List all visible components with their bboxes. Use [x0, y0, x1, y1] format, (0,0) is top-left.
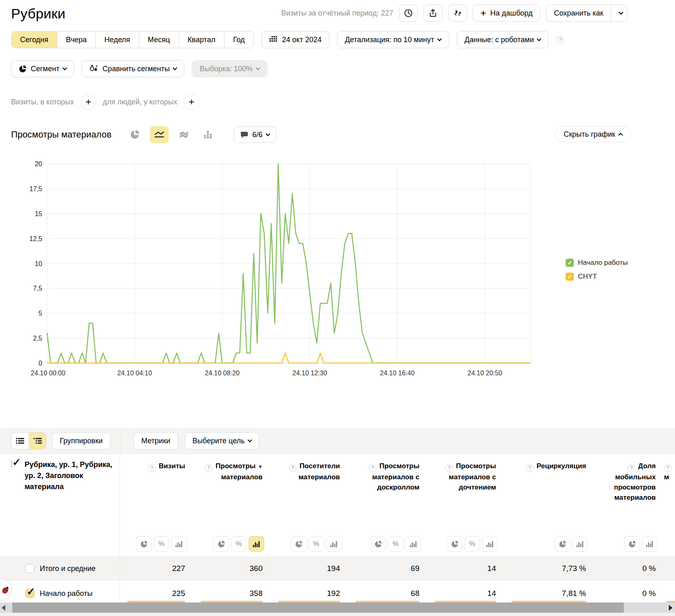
svg-text:24.10 16:40: 24.10 16:40: [380, 370, 415, 377]
comments-button[interactable]: [448, 5, 467, 22]
column-header-просмотры-материалов-с-доскроллом[interactable]: ?Просмотрыматериалов сдоскроллом%: [348, 454, 428, 557]
chevron-down-icon: [62, 65, 67, 70]
goal-dropdown[interactable]: Выберите цель: [185, 432, 260, 449]
compare-segments-button[interactable]: Сравнить сегменты: [82, 60, 184, 77]
horizontal-scrollbar[interactable]: [0, 602, 675, 613]
svg-text:10: 10: [35, 260, 42, 267]
tree-view-button[interactable]: [29, 433, 46, 449]
column-header-визиты[interactable]: ?Визиты%: [120, 454, 193, 557]
data-dropdown[interactable]: Данные: с роботами: [457, 31, 548, 48]
select-all-checkbox[interactable]: [11, 460, 12, 467]
metric-help-icon[interactable]: ?: [369, 464, 376, 472]
pie-metric-view-button[interactable]: [370, 536, 386, 552]
bars-metric-view-button[interactable]: [171, 536, 187, 552]
row-checkbox[interactable]: [25, 589, 34, 598]
line-chart-type-icon[interactable]: [150, 126, 169, 143]
metric-help-icon[interactable]: ?: [627, 464, 635, 472]
percent-metric-view-button[interactable]: %: [231, 536, 247, 552]
metrics-button[interactable]: Метрики: [134, 432, 178, 449]
pie-metric-view-button[interactable]: [447, 536, 462, 552]
metric-help-icon[interactable]: ?: [526, 464, 534, 472]
svg-text:24.10 20:50: 24.10 20:50: [468, 370, 503, 377]
pie-chart-type-icon[interactable]: [125, 126, 144, 143]
header-actions: Визиты за отчётный период: 227 +На дашбо…: [281, 5, 627, 22]
svg-text:20: 20: [35, 160, 42, 167]
cell-value: 7,73 %: [504, 557, 594, 580]
segment-button[interactable]: Сегмент: [11, 60, 74, 77]
legend-label: CHYT: [578, 273, 597, 281]
metric-help-icon[interactable]: ?: [445, 464, 453, 472]
percent-metric-view-button[interactable]: %: [464, 536, 480, 552]
groupings-button[interactable]: Группировки: [52, 432, 111, 449]
cell-value: [664, 557, 675, 580]
column-header-посетители-материалов[interactable]: ?Посетителиматериалов%: [271, 454, 348, 557]
export-button[interactable]: [424, 5, 442, 22]
pie-metric-view-button[interactable]: [291, 536, 306, 552]
svg-text:24.10 08:20: 24.10 08:20: [205, 370, 240, 377]
detail-dropdown[interactable]: Детализация: по 10 минут: [337, 31, 449, 48]
metric-help-icon[interactable]: ?: [289, 464, 297, 472]
column-header-просмотры-материалов-с-дочтением[interactable]: ?Просмотрыматериалов сдочтением%: [428, 454, 504, 557]
schedule-report-button[interactable]: [399, 5, 418, 22]
chart-legend: ✓Начало работы✓CHYT: [566, 259, 628, 287]
bar-chart-type-icon[interactable]: [199, 126, 218, 143]
row-label[interactable]: Итого и средние: [40, 564, 95, 573]
plus-icon: +: [480, 7, 486, 19]
date-picker-button[interactable]: 24 окт 2024: [262, 31, 329, 48]
bars-metric-view-button[interactable]: [482, 536, 498, 552]
scroll-left-icon[interactable]: [2, 605, 5, 611]
period-tab-год[interactable]: Год: [224, 32, 254, 48]
percent-metric-view-button[interactable]: %: [388, 536, 403, 552]
add-to-dashboard-button[interactable]: +На дашборд: [473, 5, 540, 22]
period-tab-квартал[interactable]: Квартал: [179, 32, 224, 48]
bars-metric-view-button[interactable]: [249, 536, 264, 552]
pie-metric-view-button[interactable]: [624, 536, 640, 552]
table-row: Итого и средние22736019469147,73 %0 %: [0, 557, 675, 580]
svg-text:2,5: 2,5: [33, 335, 42, 342]
svg-text:17,5: 17,5: [29, 185, 42, 192]
scroll-right-icon[interactable]: [669, 605, 673, 611]
stacked-area-type-icon[interactable]: [174, 126, 193, 143]
column-header-рециркуляция[interactable]: ?Рециркуляция: [504, 454, 594, 557]
help-icon[interactable]: ?: [556, 36, 564, 44]
cell-value: 0 %: [594, 557, 664, 580]
drops-icon: [89, 65, 98, 73]
hide-chart-button[interactable]: Скрыть график: [555, 126, 631, 142]
add-visits-filter-button[interactable]: +: [81, 94, 96, 110]
metric-help-icon[interactable]: ?: [664, 464, 672, 472]
pie-metric-view-button[interactable]: [555, 536, 570, 552]
column-header-просмотры-материалов[interactable]: ?Просмотры▼материалов%: [193, 454, 271, 557]
filter-row: Визиты, в которых + для людей, у которых…: [11, 94, 199, 110]
export-icon: [428, 9, 437, 18]
bars-metric-view-button[interactable]: [326, 536, 342, 552]
period-tab-месяц[interactable]: Месяц: [139, 32, 179, 48]
percent-metric-view-button[interactable]: %: [308, 536, 324, 552]
period-tab-сегодня[interactable]: Сегодня: [11, 32, 57, 48]
scrollbar-thumb[interactable]: [12, 602, 624, 613]
add-people-filter-button[interactable]: +: [183, 94, 199, 110]
pie-metric-view-button[interactable]: [136, 536, 152, 552]
column-header-доля-мобильных-просмотров-материалов[interactable]: ?Долямобильныхпросмотровматериалов: [594, 454, 664, 557]
legend-checkbox[interactable]: ✓: [566, 273, 574, 281]
row-label[interactable]: Начало работы: [40, 589, 93, 598]
cell-value: 194: [271, 557, 348, 580]
chart-comments-button[interactable]: 6/6: [233, 126, 276, 143]
row-checkbox[interactable]: [25, 564, 34, 573]
period-tab-вчера[interactable]: Вчера: [57, 32, 95, 48]
bars-metric-view-button[interactable]: [642, 536, 657, 552]
column-header-partial[interactable]: ?м: [664, 454, 675, 557]
metric-help-icon[interactable]: ?: [148, 464, 156, 472]
save-as-button[interactable]: Сохранить как: [546, 5, 611, 21]
save-as-menu-button[interactable]: [611, 5, 627, 21]
metric-help-icon[interactable]: ?: [205, 464, 213, 472]
sort-desc-icon: ▼: [258, 464, 263, 469]
sample-dropdown[interactable]: Выборка: 100%: [192, 60, 267, 77]
line-chart[interactable]: 02,557,51012,51517,52024.10 00:0024.10 0…: [23, 160, 531, 384]
bars-metric-view-button[interactable]: [572, 536, 588, 552]
pie-metric-view-button[interactable]: [213, 536, 229, 552]
legend-checkbox[interactable]: ✓: [566, 259, 574, 267]
period-tab-неделя[interactable]: Неделя: [95, 32, 139, 48]
bars-metric-view-button[interactable]: [405, 536, 421, 552]
flat-list-view-button[interactable]: [11, 433, 29, 449]
percent-metric-view-button[interactable]: %: [154, 536, 169, 552]
